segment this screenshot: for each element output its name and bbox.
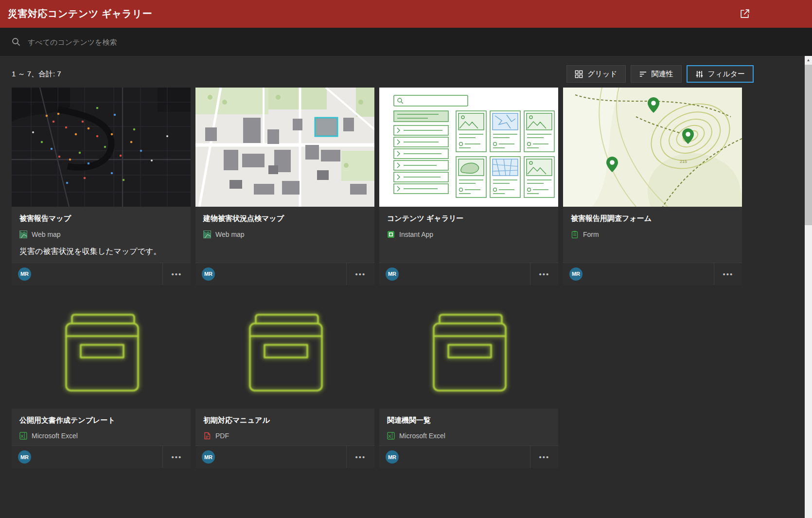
- search-input[interactable]: [27, 37, 466, 47]
- scrollbar-thumb[interactable]: [805, 65, 812, 225]
- content-grid: 被害報告マップ Web map 災害の被害状況を収集したマップです。 MR: [12, 88, 793, 468]
- card-title[interactable]: 被害報告マップ: [19, 214, 183, 223]
- item-type-row: Web map: [203, 231, 367, 238]
- item-type-row: Instant App: [387, 231, 550, 238]
- search-bar: [0, 28, 812, 56]
- svg-text:X: X: [388, 434, 391, 439]
- card-footer: MR •••: [195, 446, 374, 468]
- grid-view-button[interactable]: グリッド: [566, 65, 625, 83]
- item-type-row: Web map: [19, 231, 183, 238]
- svg-text:X: X: [21, 434, 24, 439]
- card-title[interactable]: 初期対応マニュアル: [203, 416, 367, 425]
- main-content: 1 ～ 7、合計: 7 グリッド 関連性: [0, 56, 805, 518]
- card-thumbnail[interactable]: [12, 88, 191, 207]
- page-title: 災害対応コンテンツ ギャラリー: [8, 7, 152, 20]
- item-type-row: X Microsoft Excel: [387, 432, 550, 440]
- grid-view-label: グリッド: [587, 70, 617, 79]
- card-body: 初期対応マニュアル PDF: [195, 409, 374, 446]
- content-card[interactable]: 初期対応マニュアル PDF MR •••: [195, 289, 374, 468]
- item-type-row: Form: [571, 231, 734, 238]
- webmap-icon: [19, 231, 27, 238]
- content-card[interactable]: 建物被害状況点検マップ Web map MR •••: [195, 88, 374, 285]
- item-type-label: Instant App: [399, 231, 433, 238]
- card-body: 公開用文書作成テンプレート X Microsoft Excel: [12, 409, 191, 446]
- card-body: コンテンツ ギャラリー Instant App: [379, 207, 558, 263]
- more-options-button[interactable]: •••: [530, 446, 558, 468]
- owner-avatar[interactable]: MR: [202, 268, 215, 281]
- card-description: 災害の被害状況を収集したマップです。: [19, 247, 183, 257]
- vertical-scrollbar[interactable]: ▲: [805, 56, 812, 518]
- form-icon: [571, 231, 579, 238]
- filter-icon: [695, 70, 704, 78]
- sort-icon: [639, 70, 647, 78]
- card-footer: MR •••: [12, 263, 191, 285]
- item-type-row: X Microsoft Excel: [19, 432, 183, 440]
- filter-label: フィルター: [708, 70, 745, 79]
- content-card[interactable]: 公開用文書作成テンプレート X Microsoft Excel MR •••: [12, 289, 191, 468]
- content-card[interactable]: 関連機関一覧 X Microsoft Excel MR •••: [379, 289, 558, 468]
- card-body: 被害報告用調査フォーム Form: [563, 207, 742, 263]
- card-thumbnail[interactable]: 215: [563, 88, 742, 207]
- result-count: 1 ～ 7、合計: 7: [12, 70, 61, 79]
- content-card[interactable]: 被害報告マップ Web map 災害の被害状況を収集したマップです。 MR: [12, 88, 191, 285]
- owner-avatar[interactable]: MR: [18, 268, 31, 281]
- card-thumbnail[interactable]: [195, 88, 374, 207]
- card-footer: MR •••: [379, 263, 558, 285]
- card-footer: MR •••: [379, 446, 558, 468]
- card-thumbnail[interactable]: [379, 88, 558, 207]
- card-title[interactable]: コンテンツ ギャラリー: [387, 214, 550, 223]
- card-footer: MR •••: [563, 263, 742, 285]
- app-header: 災害対応コンテンツ ギャラリー: [0, 0, 812, 28]
- item-type-label: Web map: [32, 231, 61, 238]
- card-thumbnail[interactable]: [379, 289, 558, 409]
- owner-avatar[interactable]: MR: [18, 450, 31, 464]
- more-options-button[interactable]: •••: [530, 263, 558, 285]
- more-options-button[interactable]: •••: [162, 263, 191, 285]
- svg-text:215: 215: [680, 159, 687, 164]
- excel-icon: X: [19, 432, 27, 440]
- card-footer: MR •••: [12, 446, 191, 468]
- share-button[interactable]: [737, 6, 753, 22]
- owner-avatar[interactable]: MR: [202, 450, 215, 464]
- filter-button[interactable]: フィルター: [687, 65, 754, 83]
- item-type-row: PDF: [203, 432, 367, 440]
- more-options-button[interactable]: •••: [346, 263, 374, 285]
- more-options-button[interactable]: •••: [162, 446, 191, 468]
- card-body: 建物被害状況点検マップ Web map: [195, 207, 374, 263]
- item-type-label: Form: [583, 231, 599, 238]
- item-type-label: Microsoft Excel: [399, 432, 445, 440]
- item-type-label: Web map: [215, 231, 245, 238]
- excel-icon: X: [387, 432, 395, 440]
- card-body: 被害報告マップ Web map 災害の被害状況を収集したマップです。: [12, 207, 191, 263]
- card-title[interactable]: 被害報告用調査フォーム: [571, 214, 734, 223]
- webmap-icon: [203, 231, 211, 238]
- item-type-label: PDF: [215, 432, 229, 440]
- card-title[interactable]: 関連機関一覧: [387, 416, 550, 425]
- card-title[interactable]: 建物被害状況点検マップ: [203, 214, 367, 223]
- instant-app-icon: [387, 231, 395, 238]
- more-options-button[interactable]: •••: [714, 263, 742, 285]
- card-thumbnail[interactable]: [12, 289, 191, 409]
- search-icon: [12, 37, 20, 46]
- card-thumbnail[interactable]: [195, 289, 374, 409]
- card-footer: MR •••: [195, 263, 374, 285]
- owner-avatar[interactable]: MR: [386, 268, 399, 281]
- content-card[interactable]: コンテンツ ギャラリー Instant App MR •••: [379, 88, 558, 285]
- relevance-sort-button[interactable]: 関連性: [631, 65, 682, 83]
- card-body: 関連機関一覧 X Microsoft Excel: [379, 409, 558, 446]
- results-toolbar: 1 ～ 7、合計: 7 グリッド 関連性: [12, 65, 754, 83]
- more-options-button[interactable]: •••: [346, 446, 374, 468]
- share-icon: [739, 8, 751, 20]
- scroll-up-arrow[interactable]: ▲: [805, 56, 812, 64]
- grid-icon: [575, 70, 583, 78]
- owner-avatar[interactable]: MR: [386, 450, 399, 464]
- content-card[interactable]: 215: [563, 88, 742, 285]
- pdf-icon: [203, 432, 211, 440]
- item-type-label: Microsoft Excel: [32, 432, 78, 440]
- owner-avatar[interactable]: MR: [569, 268, 583, 281]
- relevance-sort-label: 関連性: [652, 70, 673, 79]
- card-title[interactable]: 公開用文書作成テンプレート: [19, 416, 183, 425]
- view-buttons: グリッド 関連性 フィ: [566, 65, 754, 83]
